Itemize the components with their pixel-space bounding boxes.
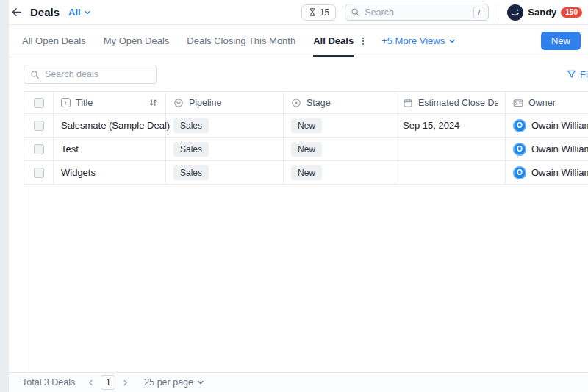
column-label: Stage — [306, 98, 331, 108]
pipeline-tag: Sales — [173, 165, 209, 180]
column-label: Estimated Close Date — [418, 98, 498, 108]
deal-title-link[interactable]: Widgets — [61, 167, 96, 178]
view-options-button[interactable] — [358, 25, 368, 57]
chevron-down-icon — [448, 38, 456, 45]
topbar: Deals All 15 / — [9, 0, 588, 25]
topbar-right: 15 / Sandy 150 — [301, 4, 582, 21]
select-row-checkbox[interactable] — [34, 121, 44, 131]
deal-title-link[interactable]: Test — [61, 143, 79, 154]
kebab-icon — [358, 36, 368, 46]
list-toolbar: Filter — [9, 57, 588, 91]
owner-avatar: O — [513, 143, 526, 156]
sort-icon[interactable] — [148, 98, 158, 107]
back-button[interactable] — [10, 6, 23, 18]
timer-count: 15 — [320, 7, 329, 18]
select-row-checkbox[interactable] — [34, 168, 44, 178]
deals-scope-dropdown[interactable]: All — [68, 7, 91, 18]
stage-icon — [291, 98, 301, 108]
deals-table: T Title Pipeline — [24, 91, 588, 185]
close-date-value: Sep 15, 2024 — [403, 120, 459, 131]
more-views-label: +5 More Views — [381, 35, 445, 46]
pipeline-tag: Sales — [173, 118, 209, 133]
select-row-checkbox[interactable] — [34, 144, 44, 154]
table-empty-area — [24, 185, 588, 372]
chevron-down-icon — [84, 9, 91, 16]
page-title: Deals — [30, 6, 60, 18]
deals-page: Deals All 15 / — [9, 0, 588, 392]
scope-label: All — [68, 7, 81, 18]
column-label: Pipeline — [189, 98, 221, 108]
table-row[interactable]: Salesmate (Sample Deal) Sales New Sep 15… — [24, 114, 588, 138]
global-search[interactable]: / — [345, 4, 489, 21]
tab-deals-closing-this-month[interactable]: Deals Closing This Month — [187, 25, 295, 57]
left-edge-strip — [0, 0, 9, 392]
owner-avatar: O — [513, 119, 526, 132]
tab-all-deals[interactable]: All Deals — [313, 25, 354, 57]
column-header-close-date[interactable]: Estimated Close Date — [395, 92, 506, 114]
filter-label: Filter — [580, 69, 588, 80]
deal-search-input[interactable] — [45, 69, 150, 79]
page-size-label: 25 per page — [144, 377, 193, 388]
prev-page-button[interactable] — [87, 379, 95, 387]
owner-icon — [513, 98, 523, 108]
user-menu[interactable]: Sandy 150 — [507, 4, 582, 21]
column-header-title[interactable]: T Title — [54, 92, 166, 114]
deal-title-link[interactable]: Salesmate (Sample Deal) — [61, 120, 170, 131]
filter-button[interactable]: Filter — [567, 69, 588, 80]
column-label: Title — [76, 98, 93, 108]
page-size-dropdown[interactable]: 25 per page — [144, 377, 204, 388]
search-icon — [30, 70, 40, 79]
table-row[interactable]: Widgets Sales New O Owain Williams — [24, 161, 588, 185]
title-column-icon: T — [61, 98, 71, 107]
tab-all-open-deals[interactable]: All Open Deals — [22, 25, 86, 57]
views-tabbar: All Open Deals My Open Deals Deals Closi… — [9, 25, 588, 57]
more-views-dropdown[interactable]: +5 More Views — [381, 25, 456, 57]
table-row[interactable]: Test Sales New O Owain Williams — [24, 138, 588, 161]
owner-avatar: O — [513, 166, 526, 179]
stage-tag: New — [291, 118, 322, 133]
stage-tag: New — [291, 142, 322, 157]
chevron-right-icon — [121, 379, 129, 387]
column-header-owner[interactable]: Owner — [506, 92, 588, 114]
timer-badge[interactable]: 15 — [301, 4, 336, 21]
chevron-down-icon — [197, 379, 204, 386]
stage-tag: New — [291, 165, 322, 180]
total-count-label: Total 3 Deals — [22, 377, 75, 388]
search-icon — [351, 7, 360, 17]
pipeline-icon — [173, 98, 184, 108]
user-name: Sandy — [528, 7, 556, 18]
topbar-divider — [498, 5, 498, 20]
select-all-checkbox[interactable] — [34, 98, 44, 108]
arrow-left-icon — [10, 6, 23, 18]
pipeline-tag: Sales — [173, 142, 209, 157]
new-deal-button[interactable]: New — [541, 32, 581, 50]
global-search-input[interactable] — [365, 7, 473, 18]
hourglass-icon — [308, 7, 317, 17]
user-points-badge: 150 — [561, 7, 582, 18]
current-page-indicator[interactable]: 1 — [101, 375, 115, 390]
table-header-row: T Title Pipeline — [24, 92, 588, 114]
column-header-pipeline[interactable]: Pipeline — [166, 92, 284, 114]
deals-table-region: T Title Pipeline — [9, 91, 588, 372]
user-avatar — [507, 4, 523, 21]
owner-name: Owain Williams — [531, 120, 588, 131]
pagination-footer: Total 3 Deals 1 25 per page — [9, 372, 588, 392]
owner-name: Owain Williams — [531, 143, 588, 154]
column-label: Owner — [528, 98, 556, 108]
search-shortcut-hint: / — [473, 7, 484, 18]
owner-name: Owain Williams — [531, 167, 588, 178]
calendar-icon — [403, 98, 413, 108]
chevron-left-icon — [87, 379, 95, 387]
pager: 1 — [87, 375, 129, 390]
column-header-stage[interactable]: Stage — [284, 92, 395, 114]
tab-my-open-deals[interactable]: My Open Deals — [104, 25, 170, 57]
deal-search[interactable] — [24, 65, 157, 84]
next-page-button[interactable] — [121, 379, 129, 387]
funnel-icon — [567, 70, 576, 79]
